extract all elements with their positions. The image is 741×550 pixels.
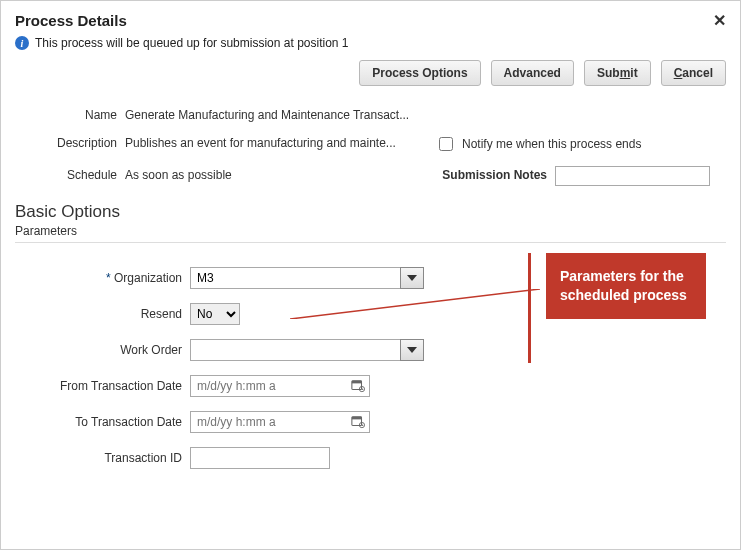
cancel-label: Cancel bbox=[674, 66, 713, 80]
submit-button[interactable]: Submit bbox=[584, 60, 651, 86]
transaction-id-label: Transaction ID bbox=[15, 451, 190, 465]
param-row-work-order: Work Order bbox=[15, 339, 726, 361]
callout-text: Parameters for the scheduled process bbox=[560, 268, 687, 303]
to-date-wrap bbox=[190, 411, 370, 433]
svg-rect-7 bbox=[352, 417, 362, 420]
basic-options-title: Basic Options bbox=[15, 202, 726, 222]
work-order-dropdown-button[interactable] bbox=[400, 339, 424, 361]
organization-dropdown-button[interactable] bbox=[400, 267, 424, 289]
notify-label: Notify me when this process ends bbox=[462, 137, 641, 151]
param-row-to-date: To Transaction Date bbox=[15, 411, 726, 433]
from-date-input[interactable] bbox=[190, 375, 370, 397]
description-value: Publishes an event for manufacturing and… bbox=[125, 134, 435, 150]
resend-label: Resend bbox=[15, 307, 190, 321]
process-details-dialog: Process Details ✕ i This process will be… bbox=[0, 0, 741, 550]
callout-box: Parameters for the scheduled process bbox=[546, 253, 706, 319]
submission-notes-input[interactable] bbox=[555, 166, 710, 186]
from-date-wrap bbox=[190, 375, 370, 397]
work-order-input[interactable] bbox=[190, 339, 400, 361]
dialog-header: Process Details ✕ bbox=[15, 11, 726, 30]
calendar-icon[interactable] bbox=[350, 378, 366, 394]
to-date-input[interactable] bbox=[190, 411, 370, 433]
close-icon[interactable]: ✕ bbox=[713, 11, 726, 30]
svg-rect-2 bbox=[352, 381, 362, 384]
cancel-button[interactable]: Cancel bbox=[661, 60, 726, 86]
dialog-title: Process Details bbox=[15, 12, 127, 29]
name-label: Name bbox=[15, 106, 125, 122]
chevron-down-icon bbox=[407, 347, 417, 353]
from-date-label: From Transaction Date bbox=[15, 379, 190, 393]
section-divider bbox=[15, 242, 726, 243]
info-banner: i This process will be queued up for sub… bbox=[15, 36, 726, 50]
schedule-value: As soon as possible bbox=[125, 166, 435, 182]
notify-checkbox[interactable] bbox=[439, 137, 453, 151]
param-row-transaction-id: Transaction ID bbox=[15, 447, 726, 469]
organization-input[interactable] bbox=[190, 267, 400, 289]
work-order-label: Work Order bbox=[15, 343, 190, 357]
chevron-down-icon bbox=[407, 275, 417, 281]
organization-combo[interactable] bbox=[190, 267, 424, 289]
submit-label: Submit bbox=[597, 66, 638, 80]
param-row-from-date: From Transaction Date bbox=[15, 375, 726, 397]
name-value: Generate Manufacturing and Maintenance T… bbox=[125, 106, 435, 122]
action-bar: Process Options Advanced Submit Cancel bbox=[15, 60, 726, 86]
description-label: Description bbox=[15, 134, 125, 150]
schedule-label: Schedule bbox=[15, 166, 125, 182]
meta-grid: Name Generate Manufacturing and Maintena… bbox=[15, 106, 726, 186]
info-message: This process will be queued up for submi… bbox=[35, 36, 349, 50]
info-icon: i bbox=[15, 36, 29, 50]
parameters-subtitle: Parameters bbox=[15, 224, 726, 238]
resend-select[interactable]: No bbox=[190, 303, 240, 325]
to-date-label: To Transaction Date bbox=[15, 415, 190, 429]
notify-checkbox-wrap[interactable]: Notify me when this process ends bbox=[435, 134, 726, 154]
organization-label: Organization bbox=[15, 271, 190, 285]
advanced-button[interactable]: Advanced bbox=[491, 60, 574, 86]
work-order-combo[interactable] bbox=[190, 339, 424, 361]
parameters-area: Parameters for the scheduled process Org… bbox=[15, 267, 726, 469]
calendar-icon[interactable] bbox=[350, 414, 366, 430]
transaction-id-input[interactable] bbox=[190, 447, 330, 469]
callout-bar bbox=[528, 253, 531, 363]
process-options-button[interactable]: Process Options bbox=[359, 60, 480, 86]
submission-notes-label: Submission Notes bbox=[435, 166, 555, 182]
